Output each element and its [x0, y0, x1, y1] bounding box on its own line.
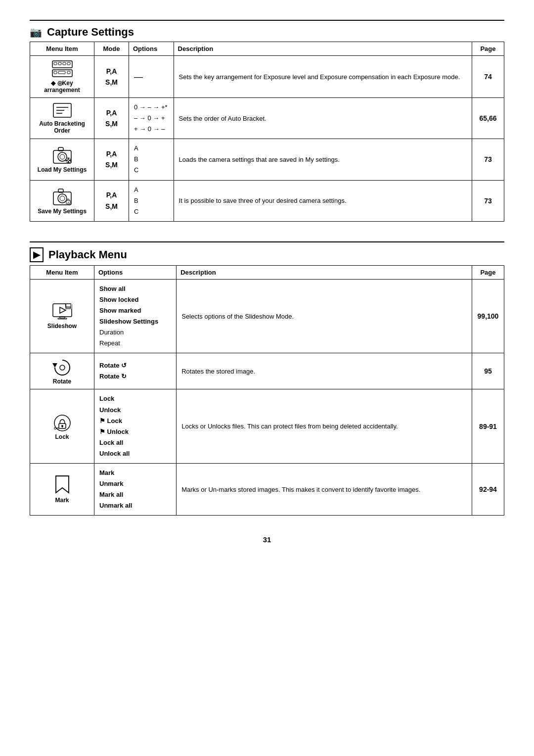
table-row: Slideshow Show all Show locked Show mark… [30, 279, 504, 353]
menu-item-mark: Mark [30, 463, 94, 515]
desc-auto-bracketing: Sets the order of Auto Bracket. [174, 98, 472, 139]
svg-rect-19 [68, 158, 69, 159]
svg-rect-3 [63, 62, 66, 65]
playback-icon: ▶ [30, 247, 44, 262]
page-save-settings: 73 [472, 180, 504, 221]
svg-marker-35 [52, 363, 57, 368]
svg-point-15 [60, 154, 65, 159]
page-key-arrangement: 74 [472, 56, 504, 98]
mode-auto-bracketing: P,A S,M [94, 98, 129, 139]
svg-rect-8 [67, 71, 70, 74]
capture-settings-title: Capture Settings [47, 26, 134, 39]
page-load-settings: 73 [472, 139, 504, 180]
col-header-page: Page [472, 42, 504, 56]
svg-point-28 [68, 202, 69, 203]
capture-settings-table: Menu Item Mode Options Description Page [30, 42, 504, 222]
table-row: ◆ ◎Keyarrangement P,A S,M — Sets the key… [30, 56, 504, 98]
svg-point-24 [58, 194, 67, 203]
slideshow-icon [52, 303, 73, 321]
page-mark: 92-94 [472, 463, 504, 515]
load-my-settings-label: Load My Settings [38, 166, 87, 173]
options-key-arrangement: — [129, 56, 174, 98]
svg-marker-42 [56, 476, 69, 493]
svg-text:On: On [54, 426, 59, 430]
playback-menu-title: Playback Menu [48, 248, 127, 261]
menu-item-auto-bracketing: Auto Bracketing Order [30, 98, 94, 139]
mark-icon [52, 475, 73, 495]
page-number: 31 [30, 535, 504, 544]
svg-rect-1 [54, 62, 57, 65]
playback-menu-section: ▶ Playback Menu Menu Item Options Descri… [30, 241, 504, 516]
menu-item-rotate: Rotate [30, 353, 94, 389]
desc-slideshow: Selects options of the Slideshow Mode. [177, 279, 472, 353]
table-row: Load My Settings P,A S,M ABC Loads the c… [30, 139, 504, 180]
options-mark: Mark Unmark Mark all Unmark all [94, 463, 177, 515]
svg-rect-5 [52, 70, 72, 77]
pb-col-header-page: Page [472, 265, 504, 279]
menu-item-slideshow: Slideshow [30, 279, 94, 353]
menu-item-key-arrangement: ◆ ◎Keyarrangement [30, 56, 94, 98]
page-slideshow: 99,100 [472, 279, 504, 353]
mode-save-settings: P,A S,M [94, 180, 129, 221]
playback-menu-heading: ▶ Playback Menu [30, 241, 504, 262]
page-auto-bracketing: 65,66 [472, 98, 504, 139]
svg-rect-20 [68, 161, 69, 163]
svg-rect-32 [58, 318, 67, 319]
capture-icon: 📷 [30, 26, 42, 38]
options-lock: Lock Unlock ⚑ Lock ⚑ Unlock Lock all Unl… [94, 389, 177, 464]
options-slideshow: Show all Show locked Show marked Slidesh… [94, 279, 177, 353]
desc-load-settings: Loads the camera settings that are saved… [174, 139, 472, 180]
svg-rect-22 [69, 160, 71, 161]
svg-marker-30 [60, 307, 66, 313]
table-row: Save My Settings P,A S,M ABC It is possi… [30, 180, 504, 221]
pb-col-header-description: Description [177, 265, 472, 279]
table-row: Auto Bracketing Order P,A S,M 0 → – → +*… [30, 98, 504, 139]
svg-rect-2 [58, 62, 61, 65]
pb-col-header-options: Options [94, 265, 177, 279]
desc-key-arrangement: Sets the key arrangement for Exposure le… [174, 56, 472, 98]
menu-item-lock: On Lock [30, 389, 94, 464]
table-row: On Lock Lock Unlock ⚑ Lock ⚑ Unlock Lock… [30, 389, 504, 464]
desc-lock: Locks or Unlocks files. This can protect… [177, 389, 472, 464]
page-rotate: 95 [472, 353, 504, 389]
load-settings-icon [51, 145, 73, 164]
svg-rect-40 [62, 426, 63, 427]
col-header-menu-item: Menu Item [30, 42, 94, 56]
key-arrangement-icon [51, 60, 73, 78]
svg-point-25 [60, 196, 65, 201]
mode-load-settings: P,A S,M [94, 139, 129, 180]
table-row: Mark Mark Unmark Mark all Unmark all Mar… [30, 463, 504, 515]
svg-rect-21 [66, 160, 67, 161]
options-save-settings: ABC [129, 180, 174, 221]
svg-rect-6 [54, 71, 57, 74]
auto-bracketing-icon [52, 102, 72, 118]
menu-item-save-settings: Save My Settings [30, 180, 94, 221]
col-header-mode: Mode [94, 42, 129, 56]
table-row: Rotate Rotate ↺ Rotate ↻ Rotates the sto… [30, 353, 504, 389]
menu-item-load-settings: Load My Settings [30, 139, 94, 180]
desc-mark: Marks or Un-marks stored images. This ma… [177, 463, 472, 515]
capture-settings-section: 📷 Capture Settings Menu Item Mode Option… [30, 20, 504, 222]
page-lock: 89-91 [472, 389, 504, 464]
options-load-settings: ABC [129, 139, 174, 180]
svg-point-36 [60, 365, 65, 370]
save-settings-icon [51, 187, 73, 206]
desc-rotate: Rotates the stored image. [177, 353, 472, 389]
rotate-icon [52, 357, 73, 376]
options-rotate: Rotate ↺ Rotate ↻ [94, 353, 177, 389]
pb-col-header-menu-item: Menu Item [30, 265, 94, 279]
capture-settings-heading: 📷 Capture Settings [30, 20, 504, 39]
svg-rect-4 [67, 62, 70, 65]
options-auto-bracketing: 0 → – → +* – → 0 → + + → 0 → – [129, 98, 174, 139]
svg-rect-7 [58, 71, 65, 74]
svg-point-14 [58, 152, 67, 161]
playback-table: Menu Item Options Description Page [30, 265, 504, 516]
slideshow-label: Slideshow [47, 323, 77, 330]
col-header-options: Options [129, 42, 174, 56]
desc-save-settings: It is possible to save three of your des… [174, 180, 472, 221]
svg-rect-0 [52, 61, 72, 68]
lock-icon: On [52, 413, 73, 431]
mode-key-arrangement: P,A S,M [94, 56, 129, 98]
col-header-description: Description [174, 42, 472, 56]
